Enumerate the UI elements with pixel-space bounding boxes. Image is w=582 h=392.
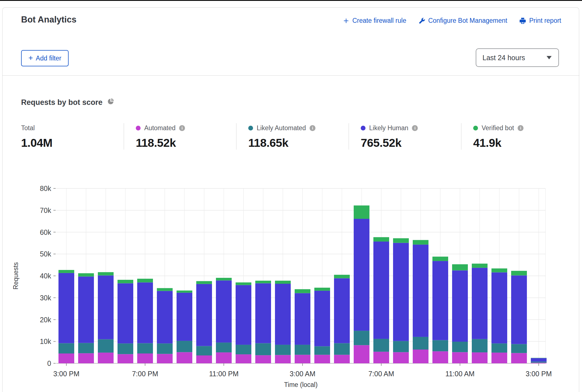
bar-segment-likely-human[interactable] — [137, 282, 153, 343]
bar-segment-likely-automated[interactable] — [511, 344, 527, 353]
bar-segment-verified-bot[interactable] — [216, 278, 232, 280]
bar-segment-likely-automated[interactable] — [334, 343, 350, 355]
bar-segment-verified-bot[interactable] — [354, 206, 369, 219]
bar-segment-verified-bot[interactable] — [78, 273, 94, 277]
bar-segment-likely-automated[interactable] — [157, 343, 173, 354]
bar-segment-automated[interactable] — [373, 352, 389, 363]
time-range-select[interactable]: Last 24 hours — [476, 48, 559, 67]
bar-segment-verified-bot[interactable] — [58, 270, 74, 273]
bar-segment-likely-automated[interactable] — [98, 339, 114, 352]
info-icon[interactable]: i — [518, 125, 524, 131]
bar-segment-likely-human[interactable] — [511, 275, 527, 344]
info-icon[interactable]: i — [179, 125, 185, 131]
bar-segment-likely-automated[interactable] — [531, 362, 547, 363]
bar-segment-automated[interactable] — [137, 353, 153, 363]
bar-segment-likely-human[interactable] — [314, 291, 330, 346]
bar-segment-verified-bot[interactable] — [373, 237, 389, 242]
bar-segment-likely-human[interactable] — [413, 245, 428, 337]
bar-segment-likely-human[interactable] — [78, 276, 94, 343]
bar-segment-likely-automated[interactable] — [216, 343, 232, 352]
bar-segment-automated[interactable] — [393, 352, 409, 363]
bar-segment-automated[interactable] — [157, 354, 173, 363]
bar-segment-verified-bot[interactable] — [236, 282, 251, 285]
bar-segment-automated[interactable] — [314, 355, 330, 363]
bar-segment-likely-automated[interactable] — [314, 346, 330, 355]
bar-segment-verified-bot[interactable] — [472, 263, 488, 268]
bar-segment-automated[interactable] — [295, 355, 310, 363]
bar-segment-likely-automated[interactable] — [177, 341, 192, 352]
bar-segment-likely-automated[interactable] — [491, 343, 507, 353]
bar-segment-verified-bot[interactable] — [334, 275, 350, 278]
bar-segment-verified-bot[interactable] — [432, 257, 448, 261]
bar-segment-verified-bot[interactable] — [255, 281, 271, 283]
add-filter-button[interactable]: + Add filter — [21, 50, 69, 66]
bar-segment-likely-automated[interactable] — [118, 343, 133, 354]
bar-segment-automated[interactable] — [472, 352, 488, 363]
bar-segment-automated[interactable] — [118, 354, 133, 363]
bar-segment-automated[interactable] — [531, 363, 547, 363]
configure-bot-management-link[interactable]: Configure Bot Management — [418, 17, 507, 24]
print-report-link[interactable]: Print report — [519, 17, 561, 24]
bar-segment-verified-bot[interactable] — [157, 288, 173, 291]
bar-segment-likely-automated[interactable] — [452, 342, 468, 352]
bar-segment-likely-automated[interactable] — [275, 345, 291, 355]
bar-segment-automated[interactable] — [78, 353, 94, 363]
stat-verified-bot[interactable]: Verified bot i 41.9k — [461, 123, 561, 150]
stat-likely-human[interactable]: Likely Human i 765.52k — [349, 123, 461, 150]
bar-segment-likely-automated[interactable] — [413, 337, 428, 350]
bar-segment-automated[interactable] — [216, 352, 232, 363]
bar-segment-automated[interactable] — [275, 355, 291, 363]
bar-segment-likely-human[interactable] — [393, 243, 409, 341]
bar-segment-likely-human[interactable] — [531, 358, 547, 361]
bar-segment-automated[interactable] — [452, 352, 468, 363]
bar-segment-verified-bot[interactable] — [196, 281, 212, 284]
bar-segment-likely-human[interactable] — [334, 278, 350, 343]
bar-segment-likely-human[interactable] — [216, 280, 232, 343]
stat-automated[interactable]: Automated i 118.52k — [124, 123, 236, 150]
bar-segment-likely-automated[interactable] — [58, 343, 74, 353]
info-icon[interactable]: i — [310, 125, 315, 131]
bar-segment-likely-human[interactable] — [196, 284, 212, 346]
bar-segment-likely-human[interactable] — [255, 283, 271, 343]
bar-segment-likely-automated[interactable] — [137, 343, 153, 353]
bar-segment-likely-human[interactable] — [118, 283, 133, 343]
bar-segment-likely-human[interactable] — [295, 293, 310, 344]
bar-segment-automated[interactable] — [432, 351, 448, 363]
bar-segment-likely-human[interactable] — [177, 293, 192, 341]
requests-by-bot-score-chart[interactable]: 010k20k30k40k50k60k70k80k3:00 PM7:00 PM1… — [0, 174, 582, 392]
bar-segment-automated[interactable] — [413, 350, 428, 363]
bar-segment-likely-automated[interactable] — [393, 341, 409, 352]
create-firewall-rule-link[interactable]: Create firewall rule — [343, 17, 406, 24]
bar-segment-likely-human[interactable] — [472, 268, 488, 339]
bar-segment-likely-human[interactable] — [373, 242, 389, 339]
bar-segment-automated[interactable] — [354, 345, 369, 363]
stat-likely-automated[interactable]: Likely Automated i 118.65k — [236, 123, 349, 150]
bar-segment-verified-bot[interactable] — [295, 289, 310, 293]
bar-segment-verified-bot[interactable] — [452, 264, 468, 271]
bar-segment-verified-bot[interactable] — [314, 288, 330, 291]
bar-segment-likely-human[interactable] — [275, 284, 291, 345]
bar-segment-likely-human[interactable] — [98, 275, 114, 339]
bar-segment-automated[interactable] — [98, 353, 114, 363]
bar-segment-verified-bot[interactable] — [393, 238, 409, 243]
bar-segment-automated[interactable] — [511, 353, 527, 363]
bar-segment-verified-bot[interactable] — [511, 271, 527, 275]
bar-segment-automated[interactable] — [196, 355, 212, 363]
bar-segment-likely-human[interactable] — [491, 272, 507, 344]
bar-segment-likely-human[interactable] — [157, 291, 173, 344]
bar-segment-automated[interactable] — [236, 354, 251, 363]
bar-segment-automated[interactable] — [58, 353, 74, 363]
bar-segment-likely-human[interactable] — [452, 271, 468, 342]
bar-segment-likely-automated[interactable] — [255, 343, 271, 355]
bar-segment-likely-automated[interactable] — [295, 345, 310, 355]
bar-segment-verified-bot[interactable] — [491, 269, 507, 272]
stacked-bar-chart[interactable]: 010k20k30k40k50k60k70k80k3:00 PM7:00 PM1… — [0, 174, 582, 392]
info-icon[interactable]: i — [412, 125, 418, 131]
bar-segment-likely-human[interactable] — [58, 273, 74, 343]
bar-segment-automated[interactable] — [255, 355, 271, 363]
bar-segment-likely-automated[interactable] — [354, 331, 369, 345]
bar-segment-verified-bot[interactable] — [413, 240, 428, 244]
bar-segment-likely-automated[interactable] — [373, 339, 389, 352]
bar-segment-verified-bot[interactable] — [531, 358, 547, 358]
bar-segment-likely-automated[interactable] — [472, 339, 488, 352]
